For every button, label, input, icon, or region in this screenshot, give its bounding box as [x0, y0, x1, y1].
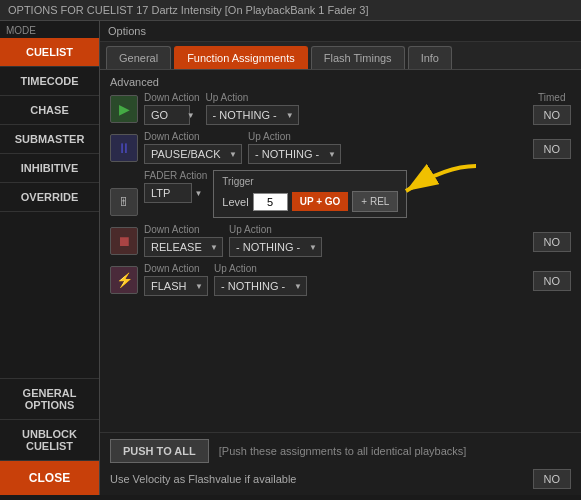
down-action-label-5: Down Action	[144, 263, 208, 274]
up-action-label-4: Up Action	[229, 224, 322, 235]
fader-action-col: FADER Action LTP	[144, 170, 207, 203]
up-action-select-wrapper-5[interactable]: - NOTHING -	[214, 276, 307, 296]
tabs-bar: General Function Assignments Flash Timin…	[100, 42, 581, 70]
fader-trigger-row: 🎚 FADER Action LTP Trigger Level	[110, 170, 571, 218]
action-row-flash: ⚡ Down Action FLASH Up Action - NOTHING …	[110, 263, 571, 296]
trigger-box: Trigger Level UP + GO + REL	[213, 170, 407, 218]
tab-info[interactable]: Info	[408, 46, 452, 69]
velocity-button[interactable]: NO	[533, 469, 572, 489]
sidebar-item-chase[interactable]: CHASE	[0, 96, 99, 125]
up-action-label-2: Up Action	[248, 131, 341, 142]
up-action-select-2[interactable]: - NOTHING -	[248, 144, 341, 164]
action-row-release: ⏹ Down Action RELEASE Up Action - NOTHIN…	[110, 224, 571, 257]
up-action-col-4: Up Action - NOTHING -	[229, 224, 322, 257]
bottom-section: PUSH TO ALL [Push these assignments to a…	[100, 432, 581, 495]
down-action-select-4[interactable]: RELEASE	[144, 237, 223, 257]
sidebar-item-general-options[interactable]: GENERAL OPTIONS	[0, 378, 99, 420]
content-area: ▶ Down Action GO Up Action - NOTHING -	[100, 92, 581, 432]
action-row-go: ▶ Down Action GO Up Action - NOTHING -	[110, 92, 571, 125]
down-action-select-1[interactable]: GO	[144, 105, 190, 125]
down-action-select-wrapper-1[interactable]: GO	[144, 105, 200, 125]
sidebar-item-unblock-cuelist[interactable]: UNBLOCK CUELIST	[0, 420, 99, 461]
timed-button-4[interactable]: NO	[533, 232, 572, 252]
down-action-label-4: Down Action	[144, 224, 223, 235]
down-action-select-5[interactable]: FLASH	[144, 276, 208, 296]
down-action-col-4: Down Action RELEASE	[144, 224, 223, 257]
push-row: PUSH TO ALL [Push these assignments to a…	[110, 439, 571, 463]
down-action-col-1: Down Action GO	[144, 92, 200, 125]
icon-flash: ⚡	[110, 266, 138, 294]
trigger-buttons-row: Level UP + GO + REL	[222, 191, 398, 212]
trigger-rel-button[interactable]: + REL	[352, 191, 398, 212]
timed-button-2[interactable]: NO	[533, 139, 572, 159]
tab-function-assignments[interactable]: Function Assignments	[174, 46, 308, 69]
down-action-select-wrapper-4[interactable]: RELEASE	[144, 237, 223, 257]
fader-action-select[interactable]: LTP	[144, 183, 192, 203]
velocity-row: Use Velocity as Flashvalue if available …	[110, 469, 571, 489]
tab-flash-timings[interactable]: Flash Timings	[311, 46, 405, 69]
up-action-col-5: Up Action - NOTHING -	[214, 263, 307, 296]
sidebar-item-inhibitive[interactable]: INHIBITIVE	[0, 154, 99, 183]
timed-col-4: NO	[533, 230, 572, 252]
main-content: Options General Function Assignments Fla…	[100, 21, 581, 495]
trigger-level-input[interactable]	[253, 193, 288, 211]
sidebar: Mode CUELIST TIMECODE CHASE SUBMASTER IN…	[0, 21, 100, 495]
trigger-level-label: Level	[222, 196, 248, 208]
icon-pause: ⏸	[110, 134, 138, 162]
up-action-col-1: Up Action - NOTHING -	[206, 92, 299, 125]
trigger-label: Trigger	[222, 176, 398, 187]
timed-col-5: NO	[533, 269, 572, 291]
timed-button-5[interactable]: NO	[533, 271, 572, 291]
timed-button-1[interactable]: NO	[533, 105, 572, 125]
close-button[interactable]: CLOSE	[0, 461, 99, 495]
up-action-select-1[interactable]: - NOTHING -	[206, 105, 299, 125]
sidebar-item-cuelist[interactable]: CUELIST	[0, 38, 99, 67]
icon-fader: 🎚	[110, 188, 138, 216]
mode-label: Mode	[0, 21, 99, 38]
timed-col-1: Timed NO	[533, 92, 572, 125]
icon-go: ▶	[110, 95, 138, 123]
fader-action-label: FADER Action	[144, 170, 207, 181]
down-action-label-1: Down Action	[144, 92, 200, 103]
title-text: OPTIONS FOR CUELIST 17 Dartz Intensity […	[8, 4, 369, 16]
down-action-col-2: Down Action PAUSE/BACK	[144, 131, 242, 164]
up-action-select-wrapper-1[interactable]: - NOTHING -	[206, 105, 299, 125]
advanced-label: Advanced	[100, 70, 581, 92]
title-bar: OPTIONS FOR CUELIST 17 Dartz Intensity […	[0, 0, 581, 21]
trigger-upgo-button[interactable]: UP + GO	[292, 192, 349, 211]
up-action-col-2: Up Action - NOTHING -	[248, 131, 341, 164]
options-label: Options	[100, 21, 581, 42]
fader-action-select-wrapper[interactable]: LTP	[144, 183, 207, 203]
push-description: [Push these assignments to all identical…	[219, 445, 467, 457]
sidebar-item-override[interactable]: OVERRIDE	[0, 183, 99, 212]
icon-release: ⏹	[110, 227, 138, 255]
down-action-col-5: Down Action FLASH	[144, 263, 208, 296]
velocity-label: Use Velocity as Flashvalue if available	[110, 473, 296, 485]
up-action-select-wrapper-2[interactable]: - NOTHING -	[248, 144, 341, 164]
up-action-select-5[interactable]: - NOTHING -	[214, 276, 307, 296]
arrow-annotation	[386, 156, 496, 211]
down-action-select-wrapper-5[interactable]: FLASH	[144, 276, 208, 296]
down-action-select-2[interactable]: PAUSE/BACK	[144, 144, 242, 164]
down-action-label-2: Down Action	[144, 131, 242, 142]
timed-label-1: Timed	[538, 92, 565, 103]
up-action-label-1: Up Action	[206, 92, 299, 103]
up-action-select-4[interactable]: - NOTHING -	[229, 237, 322, 257]
up-action-label-5: Up Action	[214, 263, 307, 274]
action-row-pause: ⏸ Down Action PAUSE/BACK Up Action - NOT…	[110, 131, 571, 164]
sidebar-item-submaster[interactable]: SUBMASTER	[0, 125, 99, 154]
down-action-select-wrapper-2[interactable]: PAUSE/BACK	[144, 144, 242, 164]
sidebar-item-timecode[interactable]: TIMECODE	[0, 67, 99, 96]
up-action-select-wrapper-4[interactable]: - NOTHING -	[229, 237, 322, 257]
tab-general[interactable]: General	[106, 46, 171, 69]
timed-col-2: NO	[533, 137, 572, 159]
push-to-all-button[interactable]: PUSH TO ALL	[110, 439, 209, 463]
